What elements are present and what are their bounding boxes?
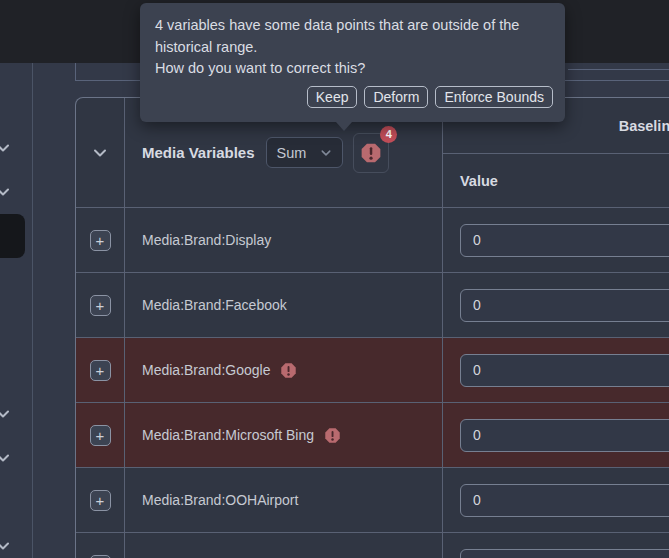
expand-row-button[interactable]: + <box>90 295 111 316</box>
value-cell <box>443 533 669 558</box>
value-input[interactable] <box>460 549 669 558</box>
value-cell <box>443 208 669 272</box>
table-row: + Media:Brand:Microsoft Bing <box>76 403 669 468</box>
variable-cell: Media:Brand:Facebook <box>125 273 443 337</box>
variable-name: Media:Brand:OOHAirport <box>142 492 298 508</box>
expand-cell: + <box>76 208 125 272</box>
value-input[interactable] <box>460 224 669 257</box>
app-canvas: Media Variables Sum 4 Baseline Value <box>0 0 669 558</box>
column-sub-header: Value <box>443 154 669 207</box>
table-row: + Media:Brand:Facebook <box>76 273 669 338</box>
group-warning-button[interactable]: 4 <box>353 133 389 173</box>
expand-cell: + <box>76 533 125 558</box>
enforce-bounds-button[interactable]: Enforce Bounds <box>435 86 553 108</box>
chevron-down-icon <box>320 147 332 159</box>
keep-button[interactable]: Keep <box>307 86 358 108</box>
expand-row-button[interactable]: + <box>90 425 111 446</box>
table-body: + Media:Brand:Display + Media:Brand:Face… <box>76 208 669 558</box>
expand-row-button[interactable]: + <box>90 555 111 558</box>
aggregation-select[interactable]: Sum <box>266 137 344 168</box>
value-input[interactable] <box>460 354 669 387</box>
value-cell <box>443 273 669 337</box>
warning-icon <box>324 427 341 444</box>
expand-cell: + <box>76 338 125 402</box>
value-input[interactable] <box>460 289 669 322</box>
table-row: + Media:Brand:OOHAirport <box>76 468 669 533</box>
table-row: + <box>76 533 669 558</box>
variable-name: Media:Brand:Display <box>142 232 271 248</box>
aggregation-selected-value: Sum <box>277 145 307 161</box>
value-cell <box>443 403 669 467</box>
variable-name: Media:Brand:Facebook <box>142 297 287 313</box>
expand-cell: + <box>76 273 125 337</box>
chevron-down-icon[interactable] <box>0 450 11 466</box>
popover-message: 4 variables have some data points that a… <box>155 15 553 58</box>
variable-cell: Media:Brand:Display <box>125 208 443 272</box>
value-cell <box>443 338 669 402</box>
variable-cell: Media:Brand:OOHAirport <box>125 468 443 532</box>
warning-popover: 4 variables have some data points that a… <box>140 3 565 122</box>
group-collapse-cell <box>76 98 125 207</box>
left-panel-highlight <box>0 214 25 258</box>
popover-question: How do you want to correct this? <box>155 58 553 80</box>
group-title: Media Variables <box>142 144 255 161</box>
variable-cell: Media:Brand:Google <box>125 338 443 402</box>
chevron-down-icon[interactable] <box>0 538 11 554</box>
chevron-down-icon[interactable] <box>0 184 11 200</box>
table-row: + Media:Brand:Display <box>76 208 669 273</box>
variables-table: Media Variables Sum 4 Baseline Value <box>75 97 669 558</box>
expand-cell: + <box>76 403 125 467</box>
variable-name: Media:Brand:Microsoft Bing <box>142 427 314 443</box>
variable-name: Media:Brand:Google <box>142 362 270 378</box>
value-cell <box>443 468 669 532</box>
chevron-down-icon[interactable] <box>0 140 11 156</box>
chevron-down-icon[interactable] <box>92 145 108 161</box>
left-panel-divider <box>32 63 33 558</box>
variable-cell: Media:Brand:Microsoft Bing <box>125 403 443 467</box>
chevron-down-icon[interactable] <box>0 406 11 422</box>
popover-arrow <box>336 122 352 131</box>
expand-row-button[interactable]: + <box>90 360 111 381</box>
warning-icon <box>360 142 382 164</box>
deform-button[interactable]: Deform <box>364 86 428 108</box>
warning-icon <box>280 362 297 379</box>
expand-row-button[interactable]: + <box>90 490 111 511</box>
expand-row-button[interactable]: + <box>90 230 111 251</box>
table-row: + Media:Brand:Google <box>76 338 669 403</box>
value-input[interactable] <box>460 419 669 452</box>
warning-count-badge: 4 <box>380 126 397 143</box>
variable-cell <box>125 533 443 558</box>
expand-cell: + <box>76 468 125 532</box>
popover-actions: Keep Deform Enforce Bounds <box>155 86 553 108</box>
value-input[interactable] <box>460 484 669 517</box>
